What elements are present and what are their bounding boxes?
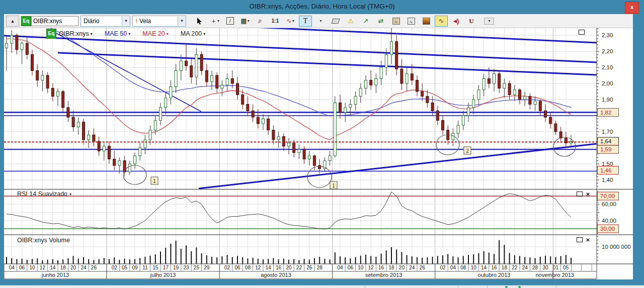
style-value: Vela xyxy=(139,18,151,25)
svg-text:1,90: 1,90 xyxy=(602,97,613,103)
pointer-tool-button[interactable] xyxy=(193,16,206,27)
chevron-down-icon: ▼ xyxy=(122,17,130,26)
eraser-icon xyxy=(331,19,340,24)
svg-text:2,00: 2,00 xyxy=(602,80,613,86)
svg-text:05: 05 xyxy=(563,265,569,270)
symbol-input[interactable] xyxy=(31,16,78,26)
chart-style-select[interactable]: ⌇ Vela ▼ xyxy=(132,16,186,27)
window-border-left xyxy=(0,14,4,285)
svg-text:1,46: 1,46 xyxy=(600,167,611,173)
period-select[interactable]: Diário ▼ xyxy=(80,16,130,27)
legend-ma200[interactable]: MA 200▾ xyxy=(181,30,205,37)
text-tool-dropdown[interactable]: ▾ xyxy=(314,16,327,27)
svg-text:1: 1 xyxy=(332,183,335,188)
yellow-wave-icon: ∿ xyxy=(439,17,444,25)
svg-text:19: 19 xyxy=(173,265,179,270)
diagonal-arrow-icon: ↗ xyxy=(363,17,369,25)
svg-text:12: 12 xyxy=(40,265,46,270)
svg-text:10: 10 xyxy=(358,265,364,270)
chart-area: 1122,302,202,102,001,901,701,501,4060,00… xyxy=(4,28,633,279)
svg-text:1,64: 1,64 xyxy=(600,138,612,144)
legend-symbol[interactable]: OIBR:xnys▾ xyxy=(59,30,93,37)
magnet-button[interactable]: U xyxy=(465,16,478,27)
svg-text:08: 08 xyxy=(460,265,466,270)
alerts-button[interactable]: ◂) xyxy=(450,16,463,27)
chevron-down-icon: ▾ xyxy=(128,32,130,36)
collapse-toolbar-button[interactable]: ▲ xyxy=(6,16,19,27)
save-image-button[interactable]: ∿ xyxy=(405,16,418,27)
chart-canvas[interactable]: 1122,302,202,102,001,901,701,501,4060,00… xyxy=(4,28,633,279)
trading-app-window: OIBR:xnys, Acções, Diário, Hora Local (T… xyxy=(0,0,644,288)
chevron-down-icon: ▾ xyxy=(292,19,294,23)
svg-text:14: 14 xyxy=(50,265,56,270)
maximize-panel-icon[interactable] xyxy=(579,30,585,35)
candle-style-icon: ⌇ xyxy=(135,18,138,24)
chevron-down-icon: ▾ xyxy=(91,32,93,36)
clipboard-chart-icon: ∿ xyxy=(392,18,400,25)
info-icon: i xyxy=(226,17,234,25)
trend-arrow-button[interactable]: ↗ xyxy=(359,16,372,27)
svg-text:24: 24 xyxy=(409,265,415,270)
ratio-button[interactable]: 1:1 xyxy=(269,16,282,27)
svg-text:22: 22 xyxy=(512,265,518,270)
info-tool-button[interactable]: i xyxy=(223,16,236,27)
close-panel-icon[interactable]: ✕ xyxy=(585,237,591,243)
maximize-panel-icon[interactable] xyxy=(577,191,583,197)
chevron-down-icon: ▾ xyxy=(248,19,250,23)
svg-text:14: 14 xyxy=(481,265,487,270)
chevron-down-icon: ▾ xyxy=(488,19,490,23)
legend-mae50[interactable]: MAE 50▾ xyxy=(105,30,130,37)
svg-text:06: 06 xyxy=(348,265,354,270)
chevron-down-icon: ▼ xyxy=(178,17,186,26)
svg-text:26: 26 xyxy=(91,265,97,270)
copy-chart-button[interactable]: ∿ xyxy=(389,16,403,27)
print-chart-button[interactable] xyxy=(420,16,433,27)
toolbar: ▲ Eq Diário ▼ ⌇ Vela ▼ ＋▾ i ▦▾ ⌕ 1:1 ∿▾ … xyxy=(4,14,633,28)
svg-text:01: 01 xyxy=(553,265,559,270)
text-tool-button[interactable]: T xyxy=(299,16,312,27)
svg-text:junho 2013: junho 2013 xyxy=(41,272,69,278)
image-chart-icon: ∿ xyxy=(408,18,415,25)
svg-text:02: 02 xyxy=(440,265,446,270)
rsi-panel-title[interactable]: RSI 14 Suavizado▾ xyxy=(17,190,71,198)
grid-icon: ▦ xyxy=(240,17,247,25)
svg-text:04: 04 xyxy=(450,265,456,270)
svg-text:10: 10 xyxy=(471,265,477,270)
svg-text:26: 26 xyxy=(306,265,312,270)
status-bar xyxy=(0,285,644,288)
svg-text:09: 09 xyxy=(132,265,138,270)
crosshair-tool-button[interactable]: ＋▾ xyxy=(208,16,221,27)
title-bar: OIBR:xnys, Acções, Diário, Hora Local (T… xyxy=(0,0,644,14)
svg-text:10: 10 xyxy=(29,265,35,270)
toolbar-overflow-button[interactable]: ▾ xyxy=(484,18,494,25)
close-panel-icon[interactable]: ✕ xyxy=(585,191,591,197)
svg-text:1,82: 1,82 xyxy=(600,110,611,116)
compare-button[interactable]: ⇄ xyxy=(374,16,387,27)
svg-text:agosto 2013: agosto 2013 xyxy=(261,272,291,278)
equity-badge-icon: Eq xyxy=(21,16,31,26)
svg-text:15: 15 xyxy=(152,265,158,270)
zoom-tool-button[interactable]: ⌕ xyxy=(254,16,267,27)
chevron-down-icon: ▾ xyxy=(203,32,205,36)
svg-text:04: 04 xyxy=(9,265,15,270)
alert-chart-button[interactable]: ⚠ xyxy=(344,16,357,27)
svg-text:10 000 000: 10 000 000 xyxy=(602,244,631,250)
grid-settings-button[interactable]: ▦▾ xyxy=(238,16,252,27)
svg-text:40,00: 40,00 xyxy=(602,218,616,224)
period-value: Diário xyxy=(84,18,99,25)
svg-text:outubro 2013: outubro 2013 xyxy=(478,272,511,278)
svg-text:02: 02 xyxy=(224,265,230,270)
main-panel-buttons xyxy=(579,30,585,35)
indicator-tool-button[interactable]: ∿▾ xyxy=(284,16,297,27)
svg-text:2,10: 2,10 xyxy=(602,64,613,70)
chart-theme-button[interactable]: ∿ xyxy=(435,16,448,27)
svg-text:20: 20 xyxy=(286,265,292,270)
legend-mae20[interactable]: MAE 20▾ xyxy=(142,30,168,37)
equity-badge-icon: Eq xyxy=(46,29,56,39)
svg-text:30,00: 30,00 xyxy=(600,226,615,232)
svg-text:08: 08 xyxy=(245,265,251,270)
eraser-tool-button[interactable] xyxy=(329,16,342,27)
close-button[interactable]: x xyxy=(625,2,639,14)
svg-text:setembro 2013: setembro 2013 xyxy=(365,272,402,278)
maximize-panel-icon[interactable] xyxy=(577,237,583,242)
